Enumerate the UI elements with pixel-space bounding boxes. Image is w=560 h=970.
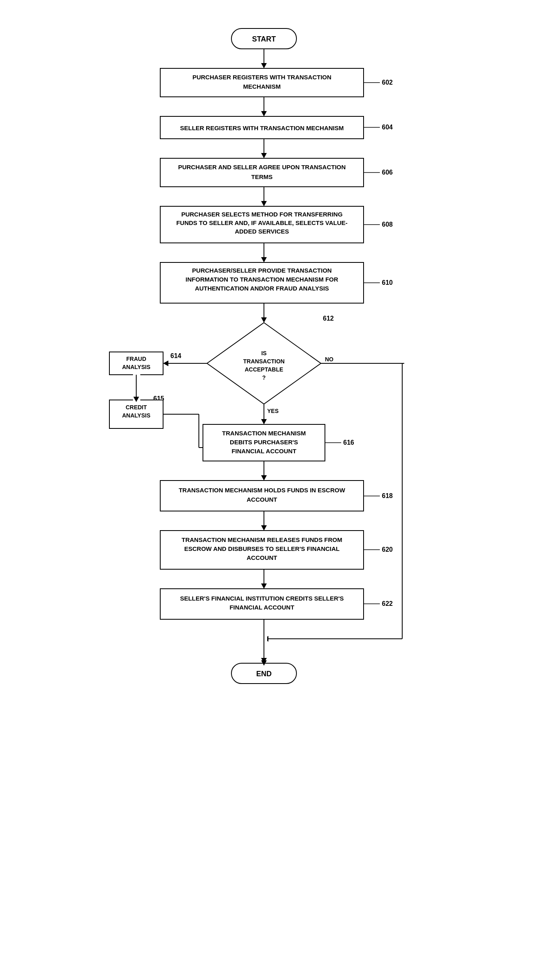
fraud-analysis-line2: ANALYSIS — [122, 364, 150, 370]
node-604: SELLER REGISTERS WITH TRANSACTION MECHAN… — [180, 125, 344, 131]
svg-marker-2 — [261, 63, 267, 68]
svg-marker-6 — [261, 111, 267, 116]
svg-marker-22 — [261, 317, 267, 323]
node-622-line2: FINANCIAL ACCOUNT — [229, 604, 294, 611]
node-610-line3: AUTHENTICATION AND/OR FRAUD ANALYSIS — [195, 285, 329, 292]
flowchart-svg: START PURCHASER REGISTERS WITH TRANSACTI… — [97, 16, 463, 952]
node-616-line3: FINANCIAL ACCOUNT — [231, 448, 296, 454]
svg-marker-18 — [261, 257, 267, 262]
svg-marker-47 — [261, 525, 267, 531]
end-label: END — [256, 670, 271, 678]
node-602-line1: PURCHASER REGISTERS WITH TRANSACTION — [192, 74, 331, 81]
node-616-line2: DEBITS PURCHASER'S — [230, 439, 298, 446]
node-610-line1: PURCHASER/SELLER PROVIDE TRANSACTION — [192, 267, 331, 274]
node-608-line3: ADDED SERVICES — [235, 228, 289, 235]
node-606-line1: PURCHASER AND SELLER AGREE UPON TRANSACT… — [178, 164, 345, 170]
start-label: START — [252, 35, 276, 43]
node-602-line2: MECHANISM — [243, 83, 281, 90]
credit-analysis-line2: ANALYSIS — [122, 412, 150, 419]
ref-612: 612 — [323, 315, 334, 322]
diamond-612-line2: TRANSACTION — [243, 358, 285, 365]
node-608-line2: FUNDS TO SELLER AND, IF AVAILABLE, SELEC… — [176, 219, 347, 226]
node-608-line1: PURCHASER SELECTS METHOD FOR TRANSFERRIN… — [181, 211, 342, 218]
node-622-line1: SELLER'S FINANCIAL INSTITUTION CREDITS S… — [180, 595, 344, 602]
diamond-612-line3: ACCEPTABLE — [244, 366, 283, 373]
ref-608: 608 — [382, 221, 393, 228]
node-620-line1: TRANSACTION MECHANISM RELEASES FUNDS FRO… — [181, 536, 342, 543]
svg-marker-51 — [261, 583, 267, 589]
fraud-analysis-line1: FRAUD — [126, 356, 146, 362]
node-620-line3: ACCOUNT — [246, 554, 277, 561]
diamond-612-line1: IS — [261, 350, 266, 356]
ref-616: 616 — [343, 439, 354, 446]
svg-marker-14 — [261, 201, 267, 206]
ref-622: 622 — [382, 600, 393, 607]
node-606-line2: TERMS — [251, 173, 272, 180]
label-yes: YES — [267, 408, 279, 414]
ref-602: 602 — [382, 79, 393, 86]
svg-rect-58 — [404, 361, 410, 878]
node-620-line2: ESCROW AND DISBURSES TO SELLER'S FINANCI… — [184, 545, 340, 552]
svg-marker-25 — [261, 419, 267, 424]
diamond-612-line4: ? — [262, 374, 266, 381]
credit-analysis-line1: CREDIT — [125, 404, 147, 411]
ref-610: 610 — [382, 279, 393, 286]
ref-606: 606 — [382, 169, 393, 176]
ref-614-label: 614 — [170, 352, 181, 359]
svg-rect-59 — [260, 869, 410, 878]
svg-marker-43 — [261, 475, 267, 481]
node-610-line2: INFORMATION TO TRANSACTION MECHANISM FOR — [185, 276, 338, 283]
diagram: START PURCHASER REGISTERS WITH TRANSACTI… — [97, 16, 463, 952]
node-618-line2: ACCOUNT — [246, 496, 277, 503]
node-616-line1: TRANSACTION MECHANISM — [222, 430, 306, 437]
ref-620: 620 — [382, 546, 393, 553]
svg-rect-11 — [160, 158, 364, 187]
svg-marker-27 — [163, 360, 168, 366]
ref-604: 604 — [382, 124, 393, 131]
svg-rect-3 — [160, 68, 364, 97]
svg-marker-10 — [261, 153, 267, 158]
ref-618: 618 — [382, 492, 393, 499]
label-no: NO — [325, 356, 333, 363]
node-618-line1: TRANSACTION MECHANISM HOLDS FUNDS IN ESC… — [179, 487, 345, 494]
